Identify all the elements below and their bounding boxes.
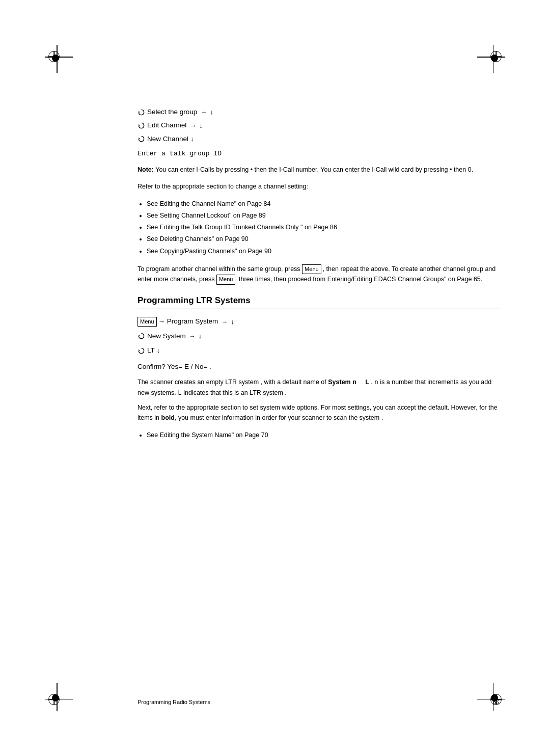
menu-item-edit-channel: Edit Channel → ↓ — [138, 120, 499, 130]
bullet-deleting-channels: See Deleting Channels" on Page 90 — [147, 234, 499, 245]
section-heading-ltr: Programming LTR Systems — [138, 294, 499, 310]
svg-marker-2 — [139, 138, 140, 139]
reg-mark-tl-hline — [45, 57, 73, 58]
select-group-arrow-right: → — [200, 107, 207, 117]
bullet-setting-channel-lockout: See Setting Channel Lockout" on Page 89 — [147, 210, 499, 221]
svg-marker-0 — [139, 111, 140, 112]
select-group-text: Select the group — [147, 107, 197, 117]
lt-arrow-down: ↓ — [157, 345, 160, 356]
select-group-arrow-down: ↓ — [210, 107, 213, 117]
cycle-icon-select — [138, 109, 145, 116]
menu-item-new-system: New System → ↓ — [138, 331, 499, 341]
main-content: Select the group → ↓ Edit Channel → ↓ Ne… — [138, 107, 499, 674]
reg-mark-br-vline — [493, 683, 494, 711]
cycle-icon-lt — [138, 347, 145, 355]
para-program-channel: To program another channel within the sa… — [138, 264, 499, 285]
footer-left-text: Programming Radio Systems — [138, 699, 210, 705]
confirm-line: Confirm? Yes= E / No= . — [138, 362, 499, 372]
reg-mark-tr-dot — [491, 55, 498, 62]
svg-marker-1 — [139, 124, 140, 126]
svg-marker-3 — [139, 335, 140, 336]
edit-channel-arrow-right: → — [189, 121, 196, 131]
mono-enter-talkgroup: Enter a talk group ID — [138, 149, 499, 159]
menu-box-2: Menu — [216, 275, 236, 285]
cycle-icon-edit — [138, 122, 145, 129]
reg-mark-tr-hline — [477, 57, 505, 58]
reg-mark-tl-vline — [57, 45, 58, 73]
reg-mark-tr-vline — [493, 45, 494, 73]
refer-text: Refer to the appropriate section to chan… — [138, 182, 499, 192]
page: Select the group → ↓ Edit Channel → ↓ Ne… — [0, 0, 550, 756]
bullet-copying-channels: See Copying/Pasting Channels" on Page 90 — [147, 246, 499, 257]
menu-item-select-group: Select the group → ↓ — [138, 107, 499, 117]
bullet-editing-channel-name: See Editing the Channel Name" on Page 84 — [147, 199, 499, 209]
bullet-editing-system-name: See Editing the System Name" on Page 70 — [147, 430, 499, 441]
menu-box-1: Menu — [302, 264, 321, 275]
reg-mark-bl-vline — [57, 683, 58, 711]
reg-mark-bl-hline — [45, 699, 73, 700]
svg-marker-4 — [139, 349, 140, 350]
menu-item-lt: LT ↓ — [138, 345, 499, 356]
last-bullet-list: See Editing the System Name" on Page 70 — [147, 430, 499, 441]
new-channel-arrow-down: ↓ — [190, 134, 194, 144]
edit-channel-text: Edit Channel — [147, 120, 186, 130]
next-refer-para: Next, refer to the appropriate section t… — [138, 402, 499, 423]
reg-mark-tl-dot — [52, 55, 59, 62]
reg-mark-bl-dot — [52, 694, 59, 701]
program-system-arrow-right: → — [221, 317, 228, 327]
menu-box-ltr: Menu — [138, 317, 157, 327]
cycle-icon-new — [138, 135, 145, 143]
menu-item-new-channel: New Channel ↓ — [138, 134, 499, 144]
note-block: Note: You can enter I-Calls by pressing … — [138, 165, 499, 175]
new-system-text: New System — [147, 331, 186, 341]
menu-item-program-system: Menu → Program System → ↓ — [138, 316, 499, 327]
program-system-arrow-down: ↓ — [231, 317, 234, 327]
new-channel-text: New Channel — [147, 134, 188, 144]
new-system-arrow-down: ↓ — [199, 331, 202, 341]
footer: Programming Radio Systems 66 — [138, 699, 499, 705]
bullet-editing-talkgroup-id: See Editing the Talk Group ID Trunked Ch… — [147, 222, 499, 233]
system-creates-para: The scanner creates an empty LTR system … — [138, 377, 499, 398]
footer-page-number: 66 — [493, 699, 499, 705]
cycle-icon-new-system — [138, 332, 145, 340]
note-label: Note: — [138, 166, 154, 173]
edit-channel-arrow-down: ↓ — [199, 121, 203, 131]
new-system-arrow-right: → — [189, 331, 196, 341]
program-system-text: → Program System — [158, 316, 218, 327]
note-text: You can enter I-Calls by pressing • then… — [155, 166, 473, 173]
lt-text: LT — [147, 345, 155, 356]
bullet-list: See Editing the Channel Name" on Page 84… — [147, 199, 499, 257]
